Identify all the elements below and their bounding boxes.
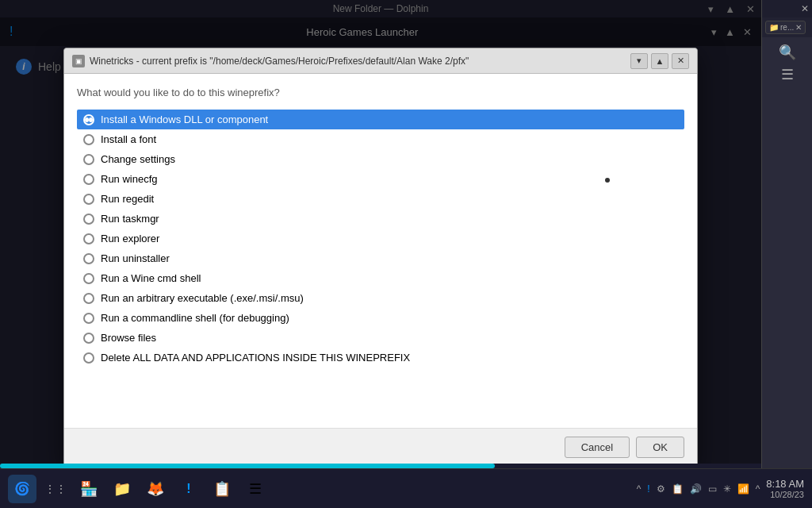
taskbar: 🌀 ⋮⋮ 🏪 📁 🦊 ! 📋 ☰ ^ ! ⚙ 📋 🔊 ▭ ✳ 📶 ^ 8: — [0, 468, 812, 508]
radio-circle-opt4 — [83, 174, 94, 185]
clipboard-icon: 📋 — [213, 480, 231, 498]
radio-item-opt12[interactable]: Browse files — [77, 328, 684, 348]
radio-label-opt1: Install a Windows DLL or component — [101, 114, 268, 125]
radio-circle-opt1 — [83, 114, 94, 125]
radio-label-opt10: Run an arbitrary executable (.exe/.msi/.… — [101, 292, 304, 304]
dialog-title-icon: ▣ — [72, 55, 85, 67]
radio-circle-opt8 — [83, 253, 94, 264]
winetricks-dialog: ▣ Winetricks - current prefix is "/home/… — [63, 48, 698, 467]
radio-item-opt13[interactable]: Delete ALL DATA AND APPLICATIONS INSIDE … — [77, 348, 684, 368]
dolphin-folder-icon: 📁 — [769, 23, 779, 32]
taskbar-icon-dolphin[interactable]: ☰ — [241, 475, 270, 503]
heroic-taskbar-icon: ! — [186, 482, 190, 496]
radio-label-opt4: Run winecfg — [101, 173, 158, 185]
radio-circle-opt3 — [83, 154, 94, 165]
radio-circle-opt10 — [83, 293, 94, 304]
taskbar-icon-heroic[interactable]: ! — [174, 475, 203, 503]
taskbar-icon-firefox[interactable]: 🦊 — [141, 475, 170, 503]
radio-item-opt2[interactable]: Install a font — [77, 129, 684, 149]
dialog-title-text: Winetricks - current prefix is "/home/de… — [90, 56, 469, 67]
wifi-icon[interactable]: 📶 — [737, 483, 749, 495]
firefox-icon: 🦊 — [147, 480, 164, 498]
dolphin-tab-label: re... — [780, 23, 794, 32]
radio-label-opt13: Delete ALL DATA AND APPLICATIONS INSIDE … — [101, 352, 410, 364]
dolphin-taskbar-icon: ☰ — [249, 480, 262, 498]
radio-circle-opt13 — [83, 352, 94, 364]
ok-button[interactable]: OK — [636, 437, 684, 458]
radio-label-opt7: Run explorer — [101, 233, 159, 244]
radio-label-opt5: Run regedit — [101, 193, 154, 205]
radio-label-opt11: Run a commandline shell (for debugging) — [101, 312, 289, 324]
dialog-footer: Cancel OK — [64, 428, 697, 466]
dialog-window-buttons: ▾ ▲ ✕ — [630, 53, 689, 69]
dolphin-menu-icon[interactable]: ☰ — [765, 66, 809, 83]
taskbar-icon-files[interactable]: 📁 — [108, 475, 136, 503]
radio-circle-opt5 — [83, 194, 94, 205]
store-icon: 🏪 — [80, 480, 98, 498]
taskbar-icon-start[interactable]: 🌀 — [8, 475, 36, 503]
radio-circle-opt2 — [83, 134, 94, 145]
taskbar-icon-clipboard[interactable]: 📋 — [208, 475, 236, 503]
files-icon: 📁 — [113, 480, 131, 498]
steam-tray-icon[interactable]: ⚙ — [657, 483, 665, 495]
dolphin-sidebar: 🔍 ☰ — [762, 37, 812, 90]
dialog-content: What would you like to do to this winepr… — [64, 74, 697, 428]
radio-label-opt8: Run uninstaller — [101, 252, 170, 264]
taskbar-right: ^ ! ⚙ 📋 🔊 ▭ ✳ 📶 ^ 8:18 AM 10/28/23 — [637, 478, 804, 499]
dialog-title-left: ▣ Winetricks - current prefix is "/home/… — [72, 55, 469, 67]
dialog-minimize-btn[interactable]: ▾ — [630, 53, 648, 69]
dialog-spacer — [77, 368, 684, 415]
dialog-titlebar: ▣ Winetricks - current prefix is "/home/… — [64, 48, 697, 74]
radio-item-opt3[interactable]: Change settings — [77, 149, 684, 169]
radio-circle-opt11 — [83, 313, 94, 324]
radio-circle-opt7 — [83, 233, 94, 244]
radio-item-opt6[interactable]: Run taskmgr — [77, 209, 684, 229]
radio-item-opt8[interactable]: Run uninstaller — [77, 248, 684, 268]
radio-circle-opt12 — [83, 333, 94, 344]
dolphin-window: ✕ 📁 re... ✕ 🔍 ☰ — [761, 0, 812, 468]
radio-item-opt10[interactable]: Run an arbitrary executable (.exe/.msi/.… — [77, 288, 684, 308]
radio-label-opt12: Browse files — [101, 332, 156, 344]
audio-icon[interactable]: 🔊 — [690, 483, 702, 495]
battery-icon[interactable]: ▭ — [708, 483, 717, 495]
radio-item-opt7[interactable]: Run explorer — [77, 229, 684, 248]
dolphin-tab-close[interactable]: ✕ — [795, 23, 802, 32]
radio-label-opt6: Run taskmgr — [101, 213, 159, 225]
dolphin-search-icon[interactable]: 🔍 — [765, 44, 809, 61]
dialog-maximize-btn[interactable]: ▲ — [651, 53, 668, 69]
radio-item-opt5[interactable]: Run regedit — [77, 189, 684, 209]
more-icon[interactable]: ^ — [756, 483, 760, 495]
radio-circle-opt9 — [83, 273, 94, 284]
radio-list: Install a Windows DLL or component Insta… — [77, 110, 684, 368]
radio-item-opt9[interactable]: Run a Wine cmd shell — [77, 268, 684, 288]
dolphin-titlebar: ✕ — [762, 0, 812, 17]
taskbar-time[interactable]: 8:18 AM 10/28/23 — [766, 478, 804, 499]
radio-circle-opt6 — [83, 214, 94, 225]
taskbar-sys-icons: ^ ! ⚙ 📋 🔊 ▭ ✳ 📶 ^ — [637, 483, 760, 495]
dolphin-tab-area: 📁 re... ✕ — [762, 17, 812, 37]
radio-label-opt3: Change settings — [101, 153, 175, 165]
dialog-overlay: ▣ Winetricks - current prefix is "/home/… — [0, 0, 761, 468]
cancel-button[interactable]: Cancel — [565, 437, 630, 458]
radio-item-opt11[interactable]: Run a commandline shell (for debugging) — [77, 308, 684, 328]
dolphin-close-icon[interactable]: ✕ — [801, 3, 809, 14]
bluetooth-icon[interactable]: ✳ — [723, 483, 731, 495]
radio-item-opt4[interactable]: Run winecfg — [77, 169, 684, 189]
radio-label-opt2: Install a font — [101, 133, 156, 145]
taskbar-icon-store[interactable]: 🏪 — [75, 475, 103, 503]
radio-label-opt9: Run a Wine cmd shell — [101, 272, 201, 284]
start-icon: 🌀 — [14, 481, 30, 496]
dialog-question: What would you like to do to this winepr… — [77, 87, 684, 98]
dolphin-tab[interactable]: 📁 re... ✕ — [765, 21, 806, 34]
time-display: 8:18 AM — [766, 478, 804, 490]
heroic-tray-icon[interactable]: ! — [647, 483, 649, 495]
radio-item-opt1[interactable]: Install a Windows DLL or component — [77, 110, 684, 129]
clipboard-tray-icon[interactable]: 📋 — [672, 483, 684, 495]
taskbar-icon-apps[interactable]: ⋮⋮ — [41, 475, 70, 503]
apps-icon: ⋮⋮ — [44, 483, 67, 495]
date-display: 10/28/23 — [766, 490, 804, 499]
taskbar-expand-icon[interactable]: ^ — [637, 483, 642, 495]
dialog-close-btn[interactable]: ✕ — [672, 53, 689, 69]
